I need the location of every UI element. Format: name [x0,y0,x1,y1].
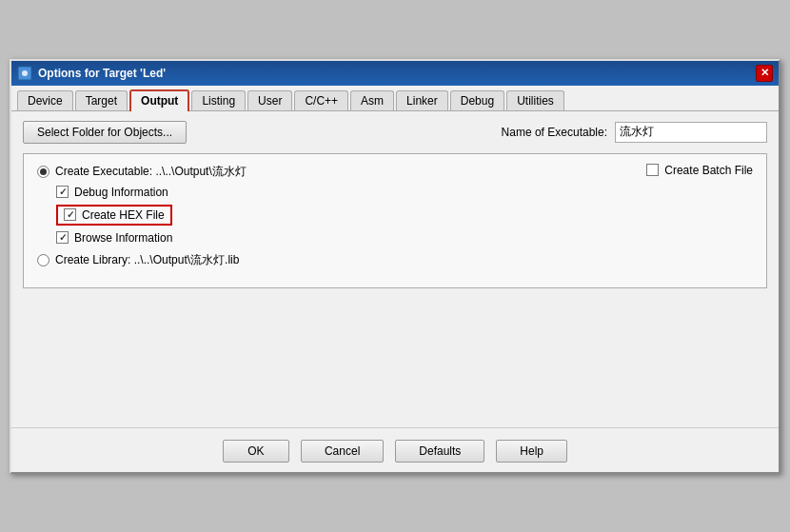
browse-info-row: Browse Information [56,231,753,245]
content-area: Select Folder for Objects... Name of Exe… [11,111,779,422]
tab-device[interactable]: Device [17,90,73,110]
create-library-radio[interactable] [37,254,49,266]
window-title: Options for Target 'Led' [38,67,166,80]
create-hex-label: Create HEX File [82,208,165,222]
create-executable-radio[interactable] [37,166,49,178]
spacer [23,298,767,412]
title-bar: Options for Target 'Led' ✕ [11,61,779,86]
select-folder-button[interactable]: Select Folder for Objects... [23,121,187,144]
main-window: Options for Target 'Led' ✕ Device Target… [10,59,780,474]
executable-input[interactable] [615,122,767,143]
tab-utilities[interactable]: Utilities [506,90,564,110]
executable-row: Name of Executable: [502,122,767,143]
help-button[interactable]: Help [496,440,567,463]
tab-debug[interactable]: Debug [450,90,504,110]
browse-info-label: Browse Information [74,231,172,245]
debug-info-checkbox[interactable] [56,186,69,198]
ok-button[interactable]: OK [223,440,289,463]
create-executable-row: Create Executable: ..\..\Output\流水灯 [37,164,753,180]
tab-user[interactable]: User [247,90,292,110]
defaults-button[interactable]: Defaults [395,440,484,463]
tab-linker[interactable]: Linker [396,90,448,110]
tab-asm[interactable]: Asm [350,90,394,110]
svg-point-1 [22,70,28,76]
settings-icon [17,66,32,81]
create-batch-checkbox[interactable] [646,164,659,176]
create-library-label: Create Library: ..\..\Output\流水灯.lib [55,252,239,268]
debug-info-label: Debug Information [74,186,168,199]
create-hex-row: Create HEX File [56,205,172,226]
create-executable-label: Create Executable: ..\..\Output\流水灯 [55,164,247,180]
debug-info-row: Debug Information [56,186,753,199]
create-hex-checkbox[interactable] [64,208,76,221]
executable-label: Name of Executable: [502,126,607,139]
create-library-row: Create Library: ..\..\Output\流水灯.lib [37,252,753,268]
toolbar-row: Select Folder for Objects... Name of Exe… [23,121,767,144]
batch-file-row: Create Batch File [646,164,753,177]
cancel-button[interactable]: Cancel [301,440,384,463]
output-group-box: Create Batch File Create Executable: ..\… [23,153,767,288]
create-hex-container: Create HEX File [56,205,753,226]
tab-target[interactable]: Target [75,90,128,110]
tabs-bar: Device Target Output Listing User C/C++ … [11,86,779,111]
create-batch-label: Create Batch File [664,164,753,177]
title-bar-left: Options for Target 'Led' [17,66,166,81]
browse-info-checkbox[interactable] [56,231,69,244]
close-button[interactable]: ✕ [756,65,773,82]
tab-cpp[interactable]: C/C++ [294,90,348,110]
bottom-buttons: OK Cancel Defaults Help [11,427,779,472]
tab-listing[interactable]: Listing [191,90,246,110]
tab-output[interactable]: Output [129,89,189,111]
